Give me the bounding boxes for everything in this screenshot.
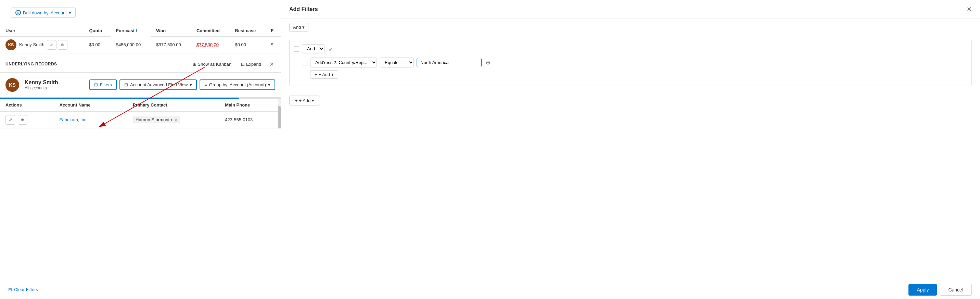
- view-wrapper: ⊞ Account Advanced Find View ▾: [119, 80, 197, 90]
- user-name: Kenny Smith: [19, 42, 45, 47]
- filters-panel: Add Filters ✕ And ▾ And Or ⤢ ···: [281, 0, 980, 299]
- add-inner-label: + Add: [319, 72, 330, 77]
- col-won: Won: [151, 26, 191, 36]
- data-row: ⬀ ⊕ Fabrikam, Inc. Haroun Stormonth ✕ 42…: [0, 111, 281, 128]
- filter-group: And Or ⤢ ··· Add'ress 2: Country/Reg... …: [289, 40, 972, 86]
- filter-row: Add'ress 2: Country/Reg... Equals ⊕: [302, 58, 967, 67]
- toolbar: ⊟ Filters ⊞ Account Advanced Find View ▾…: [89, 80, 275, 90]
- user-cell: KS Kenny Smith ⬀ ⊕: [5, 39, 78, 50]
- add-main-button[interactable]: + + Add ▾: [289, 96, 320, 106]
- row-action-icon[interactable]: ⊕: [18, 115, 27, 125]
- filter-checkbox[interactable]: [302, 60, 307, 66]
- filter-button[interactable]: ⊟ Filters: [89, 80, 117, 90]
- close-filters-button[interactable]: ✕: [967, 5, 972, 13]
- more-options-button[interactable]: ···: [337, 45, 344, 53]
- user-subtitle: All accounts: [25, 86, 84, 90]
- drill-down-button[interactable]: ⊕ Drill down by: Account ▾: [11, 8, 76, 18]
- operator-select[interactable]: Equals: [380, 58, 414, 67]
- col-user: User: [0, 26, 84, 36]
- col-actions: Actions: [0, 99, 54, 111]
- group-icon: ≡: [204, 82, 207, 87]
- underlying-records-title: UNDERLYING RECORDS: [5, 62, 57, 66]
- best-case-value: $0.00: [229, 36, 265, 53]
- table-icon: ⊞: [124, 82, 128, 87]
- actions-cell: ⬀ ⊕: [0, 111, 54, 128]
- clear-filters-button[interactable]: ⊟ Clear Filters: [8, 287, 38, 292]
- committed-value: $77,500.00: [191, 36, 230, 53]
- col-primary-contact: Primary Contact: [127, 99, 220, 111]
- data-table: Actions Account Name ↑ Primary Contact M…: [0, 99, 281, 128]
- plus-icon: +: [315, 72, 317, 77]
- close-underlying-button[interactable]: ✕: [268, 59, 275, 69]
- and-badge[interactable]: And ▾: [289, 23, 309, 32]
- group-checkbox[interactable]: [294, 46, 299, 52]
- col-quota: Quota: [84, 26, 110, 36]
- col-forecast: Forecast ℹ: [111, 26, 151, 36]
- globe-icon: ⊕: [15, 10, 21, 15]
- extra-value: $: [265, 36, 281, 53]
- clear-filter-icon: ⊟: [8, 287, 12, 292]
- value-input[interactable]: [417, 58, 482, 67]
- contact-name: Haroun Stormonth: [135, 117, 172, 122]
- expand-icon: ⊡: [241, 62, 245, 67]
- view-button[interactable]: ⊞ Account Advanced Find View ▾: [119, 80, 197, 90]
- vertical-scrollbar[interactable]: [278, 99, 281, 128]
- bottom-bar: ⊟ Clear Filters Apply Cancel: [0, 280, 980, 299]
- filters-and-row: And ▾: [281, 19, 980, 36]
- contact-tag: Haroun Stormonth ✕: [133, 117, 180, 123]
- and-chevron: ▾: [302, 25, 305, 30]
- remove-contact-button[interactable]: ✕: [175, 118, 177, 122]
- user-row: KS Kenny Smith All accounts ⊟ Filters ⊞: [0, 73, 281, 98]
- expand-button[interactable]: ⊡ Expand: [238, 60, 264, 68]
- col-account-name: Account Name ↑: [54, 99, 128, 111]
- filters-title: Add Filters: [289, 6, 318, 12]
- forecast-panel: ⊕ Drill down by: Account ▾ User Quota Fo…: [0, 0, 281, 299]
- phone-cell: 423-555-0103: [220, 111, 281, 128]
- add-inner-button[interactable]: + + Add ▾: [310, 70, 338, 79]
- col-main-phone: Main Phone: [220, 99, 281, 111]
- underlying-records-header: UNDERLYING RECORDS ⊞ Show as Kanban ⊡ Ex…: [0, 56, 281, 73]
- table-row: KS Kenny Smith ⬀ ⊕ $0.00 $455,000.00 $37…: [0, 36, 281, 53]
- row-expand-icon[interactable]: ⬀: [5, 115, 15, 125]
- row-more-button[interactable]: ⊕: [484, 58, 492, 67]
- kanban-icon: ⊞: [193, 62, 196, 67]
- share-icon[interactable]: ⬀: [47, 40, 56, 50]
- field-select[interactable]: Add'ress 2: Country/Reg...: [310, 58, 377, 67]
- forecast-value: $455,000.00: [111, 36, 151, 53]
- group-by-button[interactable]: ≡ Group by: Account (Account) ▾: [200, 80, 275, 90]
- add-main-chevron-icon: ▾: [312, 98, 314, 103]
- show-as-kanban-button[interactable]: ⊞ Show as Kanban: [190, 60, 234, 68]
- group-and-select[interactable]: And Or: [302, 44, 325, 53]
- underlying-actions: ⊞ Show as Kanban ⊡ Expand ✕: [190, 59, 275, 69]
- account-name-cell[interactable]: Fabrikam, Inc.: [54, 111, 128, 128]
- chevron-down-icon: ▾: [69, 10, 71, 15]
- bottom-actions: Apply Cancel: [908, 284, 972, 296]
- add-inner-row: + + Add ▾: [310, 70, 959, 79]
- scrollbar-thumb: [278, 106, 281, 128]
- col-best-case: Best case: [229, 26, 265, 36]
- sort-icon: ↑: [93, 104, 95, 107]
- won-value: $377,500.00: [151, 36, 191, 53]
- col-committed: Committed: [191, 26, 230, 36]
- cancel-button[interactable]: Cancel: [940, 284, 972, 296]
- clear-filters-label: Clear Filters: [14, 287, 38, 292]
- expand-label: Expand: [246, 62, 261, 67]
- filters-header: Add Filters ✕: [281, 0, 980, 19]
- edit-icon[interactable]: ⊕: [58, 40, 67, 50]
- expand-group-button[interactable]: ⤢: [327, 45, 334, 53]
- avatar: KS: [5, 39, 16, 50]
- main-container: ⊕ Drill down by: Account ▾ User Quota Fo…: [0, 0, 980, 299]
- view-label: Account Advanced Find View: [130, 82, 188, 87]
- primary-contact-cell: Haroun Stormonth ✕: [127, 111, 220, 128]
- user-avatar-large: KS: [5, 78, 19, 92]
- quota-value: $0.00: [84, 36, 110, 53]
- group-label: Group by: Account (Account): [209, 82, 266, 87]
- col-f: F: [265, 26, 281, 36]
- group-wrapper: ≡ Group by: Account (Account) ▾: [200, 80, 275, 90]
- user-name-large: Kenny Smith: [25, 80, 84, 86]
- filter-label: Filters: [100, 82, 112, 87]
- kanban-label: Show as Kanban: [198, 62, 231, 67]
- apply-button[interactable]: Apply: [908, 284, 937, 296]
- and-label: And: [293, 25, 301, 30]
- chevron-group-icon: ▾: [268, 82, 270, 87]
